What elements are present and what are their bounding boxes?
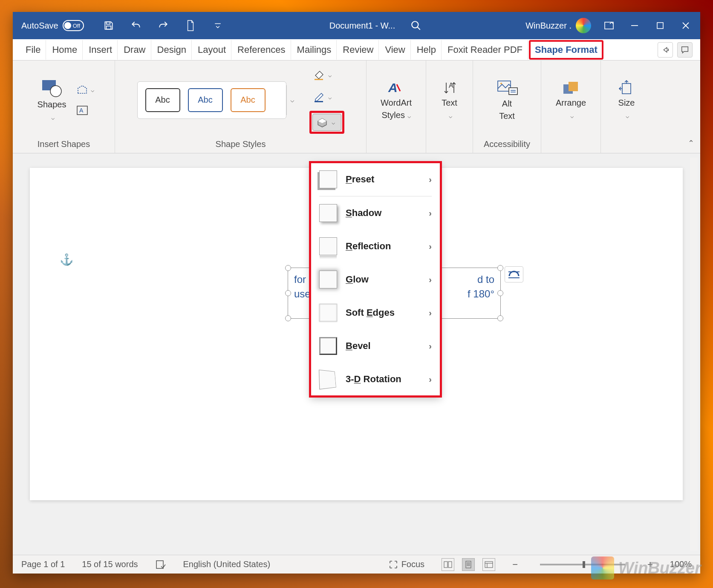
titlebar: AutoSave Off Document1 - W	[13, 12, 700, 39]
resize-handle[interactable]	[285, 290, 291, 296]
zoom-out-button[interactable]: −	[512, 559, 518, 570]
shape-outline-button[interactable]: ⌵	[309, 89, 338, 106]
comments-button[interactable]	[677, 42, 693, 58]
alt-text-button[interactable]: Alt Text	[492, 76, 522, 124]
share-button[interactable]	[658, 42, 673, 58]
language-status[interactable]: English (United States)	[183, 559, 271, 569]
web-layout-button[interactable]	[482, 558, 495, 571]
search-icon[interactable]	[410, 20, 421, 31]
svg-rect-25	[509, 88, 517, 95]
svg-text:A: A	[449, 82, 453, 89]
autosave-toggle[interactable]: AutoSave Off	[16, 20, 89, 31]
shape-fill-button[interactable]: ⌵	[309, 66, 338, 84]
soft-edges-icon	[319, 304, 337, 322]
new-doc-button[interactable]	[183, 18, 198, 33]
edit-shape-button[interactable]: ⌵	[76, 85, 94, 95]
pen-icon	[313, 92, 325, 103]
menu-soft-edges[interactable]: Soft Edges ›	[311, 296, 440, 329]
ribbon-display-button[interactable]	[601, 18, 617, 33]
focus-icon[interactable]: Focus	[389, 559, 424, 569]
svg-rect-1	[106, 26, 111, 29]
size-label: Size	[618, 98, 635, 108]
read-mode-button[interactable]	[442, 558, 454, 571]
tab-mailings[interactable]: Mailings	[292, 40, 337, 60]
spellcheck-icon[interactable]	[155, 559, 166, 570]
svg-line-4	[417, 27, 420, 30]
tab-design[interactable]: Design	[152, 40, 192, 60]
collapse-ribbon-button[interactable]: ⌃	[688, 138, 694, 148]
zoom-level[interactable]: 100%	[670, 559, 692, 569]
quick-access-toolbar	[101, 18, 225, 33]
chevron-right-icon: ›	[429, 341, 432, 351]
shape-effects-button[interactable]: ⌵	[312, 114, 341, 131]
redo-button[interactable]	[156, 18, 171, 33]
tab-layout[interactable]: Layout	[193, 40, 231, 60]
autosave-switch[interactable]: Off	[63, 20, 84, 31]
style-1[interactable]: Abc	[145, 88, 180, 112]
menu-shadow[interactable]: Shadow ›	[311, 196, 440, 230]
tab-view[interactable]: View	[380, 40, 410, 60]
customize-qat-button[interactable]	[210, 18, 225, 33]
shape-styles-gallery[interactable]: Abc Abc Abc	[137, 81, 286, 119]
tab-home[interactable]: Home	[47, 40, 83, 60]
tab-shape-format[interactable]: Shape Format	[529, 40, 603, 60]
menu-preset[interactable]: PPresetreset ›	[311, 163, 440, 196]
group-wordart: A WordArt Styles ⌵	[367, 61, 426, 153]
tab-help[interactable]: Help	[412, 40, 442, 60]
layout-options-button[interactable]	[505, 266, 523, 282]
resize-handle[interactable]	[497, 315, 503, 321]
vertical-scrollbar[interactable]	[690, 158, 698, 551]
arrange-button[interactable]: Arrange	[551, 77, 590, 124]
statusbar: Page 1 of 1 15 of 15 words English (Unit…	[13, 555, 700, 574]
avatar-icon	[576, 18, 591, 33]
minimize-button[interactable]	[627, 18, 642, 33]
print-layout-button[interactable]	[462, 558, 475, 571]
tab-insert[interactable]: Insert	[84, 40, 118, 60]
save-button[interactable]	[101, 18, 116, 33]
style-3[interactable]: Abc	[231, 88, 266, 112]
tab-file[interactable]: File	[20, 40, 46, 60]
word-count[interactable]: 15 of 15 words	[82, 559, 138, 569]
chevron-right-icon: ›	[429, 308, 432, 318]
tab-review[interactable]: Review	[338, 40, 379, 60]
page-status[interactable]: Page 1 of 1	[21, 559, 65, 569]
undo-button[interactable]	[128, 18, 144, 33]
size-button[interactable]: Size	[614, 77, 639, 124]
tab-foxit[interactable]: Foxit Reader PDF	[442, 40, 528, 60]
resize-handle[interactable]	[285, 265, 291, 271]
text-direction-button[interactable]: A Text	[437, 77, 462, 124]
document-title: Document1 - W...	[329, 21, 395, 31]
user-account[interactable]: WinBuzzer .	[525, 18, 591, 33]
svg-text:A: A	[388, 81, 398, 95]
svg-rect-15	[315, 79, 323, 80]
resize-handle[interactable]	[497, 265, 503, 271]
shapes-button[interactable]: Shapes	[33, 75, 71, 125]
svg-rect-38	[466, 561, 471, 568]
chevron-right-icon: ›	[429, 208, 432, 218]
shapes-label: Shapes	[38, 100, 66, 110]
tab-draw[interactable]: Draw	[118, 40, 151, 60]
arrange-label: Arrange	[556, 98, 586, 108]
resize-handle[interactable]	[497, 290, 503, 296]
group-label-shape-styles: Shape Styles	[216, 135, 266, 150]
menu-reflection[interactable]: Reflection ›	[311, 230, 440, 263]
draw-textbox-button[interactable]: A	[76, 105, 94, 115]
wordart-styles-button[interactable]: A WordArt Styles ⌵	[376, 77, 416, 124]
close-button[interactable]	[678, 18, 693, 33]
gallery-more-button[interactable]: ⌵	[286, 85, 298, 115]
menu-bevel[interactable]: Bevel ›	[311, 329, 440, 363]
svg-rect-16	[315, 101, 323, 102]
maximize-button[interactable]	[652, 18, 668, 33]
svg-rect-5	[605, 22, 613, 29]
size-icon	[618, 80, 635, 95]
resize-handle[interactable]	[285, 315, 291, 321]
tab-references[interactable]: References	[232, 40, 291, 60]
shape-effects-menu: PPresetreset › Shadow › Reflection › Glo…	[310, 162, 441, 396]
zoom-in-button[interactable]: +	[647, 559, 653, 570]
group-insert-shapes: Shapes ⌵ A Insert Shapes	[13, 61, 115, 153]
titlebar-right: WinBuzzer .	[525, 18, 697, 33]
zoom-slider[interactable]	[540, 564, 625, 565]
menu-3d-rotation[interactable]: 3-D Rotation ›	[311, 363, 440, 396]
style-2[interactable]: Abc	[188, 88, 223, 112]
menu-glow[interactable]: Glow ›	[311, 263, 440, 296]
